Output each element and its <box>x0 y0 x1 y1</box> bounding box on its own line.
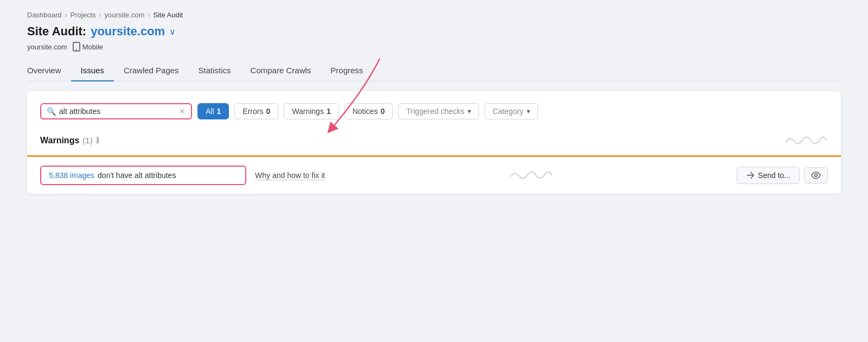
filter-all-count: 1 <box>217 107 221 116</box>
filter-errors-count: 0 <box>266 107 270 116</box>
filter-warnings-count: 1 <box>327 107 331 116</box>
warning-images-link[interactable]: 5,838 images <box>49 171 94 180</box>
category-label: Category <box>493 107 524 116</box>
category-arrow-icon: ▾ <box>527 107 530 115</box>
search-clear-icon[interactable]: ✕ <box>179 107 186 115</box>
svg-point-2 <box>815 174 818 176</box>
send-to-label: Send to... <box>758 171 790 180</box>
filter-all-label: All <box>206 107 214 116</box>
search-icon: 🔍 <box>47 107 56 116</box>
tab-progress[interactable]: Progress <box>321 61 373 81</box>
tab-crawled-pages[interactable]: Crawled Pages <box>114 61 189 81</box>
breadcrumb-item-dashboard[interactable]: Dashboard <box>27 11 62 19</box>
breadcrumb-sep-1: › <box>65 11 67 19</box>
sparkline-mid <box>334 166 728 185</box>
page-title-label: Site Audit: <box>27 24 86 39</box>
search-input[interactable] <box>59 107 176 116</box>
section-count: (1) <box>82 136 92 145</box>
sparkline-right <box>784 131 828 150</box>
warnings-section-header: Warnings (1) ℹ <box>40 131 828 155</box>
triggered-checks-arrow-icon: ▾ <box>468 107 471 115</box>
filter-warnings-button[interactable]: Warnings 1 <box>284 103 339 119</box>
search-box[interactable]: 🔍 ✕ <box>40 103 192 119</box>
mobile-device-label: Mobile <box>73 42 103 52</box>
filter-errors-button[interactable]: Errors 0 <box>234 103 278 119</box>
filter-errors-label: Errors <box>242 107 263 116</box>
breadcrumb-sep-2: › <box>99 11 101 19</box>
warning-description: don't have alt attributes <box>98 171 176 180</box>
send-to-button[interactable]: Send to... <box>737 167 800 184</box>
triggered-checks-dropdown[interactable]: Triggered checks ▾ <box>398 103 479 119</box>
filter-warnings-label: Warnings <box>292 107 324 116</box>
page-title-row: Site Audit: yoursite.com ∨ <box>27 24 841 39</box>
subtitle-site: yoursite.com <box>27 43 67 51</box>
tab-overview[interactable]: Overview <box>27 61 71 81</box>
warning-text-block: 5,838 images don't have alt attributes <box>40 166 246 185</box>
eye-button[interactable] <box>804 167 828 183</box>
action-buttons: Send to... <box>737 167 828 184</box>
filter-row: 🔍 ✕ All 1 Errors 0 Warnings 1 <box>40 103 828 119</box>
subtitle-row: yoursite.com Mobile <box>27 42 841 52</box>
section-title-text: Warnings <box>40 136 79 145</box>
warning-row-wrapper: 5,838 images don't have alt attributes W… <box>27 155 841 194</box>
tab-statistics[interactable]: Statistics <box>189 61 241 81</box>
page-title-site[interactable]: yoursite.com <box>91 24 165 39</box>
tab-compare-crawls[interactable]: Compare Crawls <box>241 61 321 81</box>
filter-notices-button[interactable]: Notices 0 <box>344 103 393 119</box>
subtitle-device: Mobile <box>82 43 103 51</box>
filter-notices-count: 0 <box>380 107 385 116</box>
tab-issues[interactable]: Issues <box>71 61 114 81</box>
breadcrumb-sep-3: › <box>148 11 150 19</box>
warning-row: 5,838 images don't have alt attributes W… <box>40 157 828 194</box>
filter-notices-label: Notices <box>353 107 378 116</box>
info-icon[interactable]: ℹ <box>96 136 99 145</box>
section-title: Warnings (1) ℹ <box>40 136 99 145</box>
tabs-bar: Overview Issues Crawled Pages Statistics… <box>27 61 841 81</box>
svg-point-1 <box>76 49 77 50</box>
site-dropdown-icon[interactable]: ∨ <box>169 27 176 37</box>
filter-all-button[interactable]: All 1 <box>197 103 229 119</box>
breadcrumb-item-current: Site Audit <box>153 11 183 19</box>
breadcrumb-item-projects[interactable]: Projects <box>71 11 96 19</box>
breadcrumb-item-site[interactable]: yoursite.com <box>105 11 145 19</box>
content-card: 🔍 ✕ All 1 Errors 0 Warnings 1 <box>27 91 841 194</box>
category-dropdown[interactable]: Category ▾ <box>484 103 538 119</box>
breadcrumb: Dashboard › Projects › yoursite.com › Si… <box>27 11 841 19</box>
triggered-checks-label: Triggered checks <box>406 107 464 116</box>
fix-link[interactable]: Why and how to fix it <box>255 171 325 180</box>
